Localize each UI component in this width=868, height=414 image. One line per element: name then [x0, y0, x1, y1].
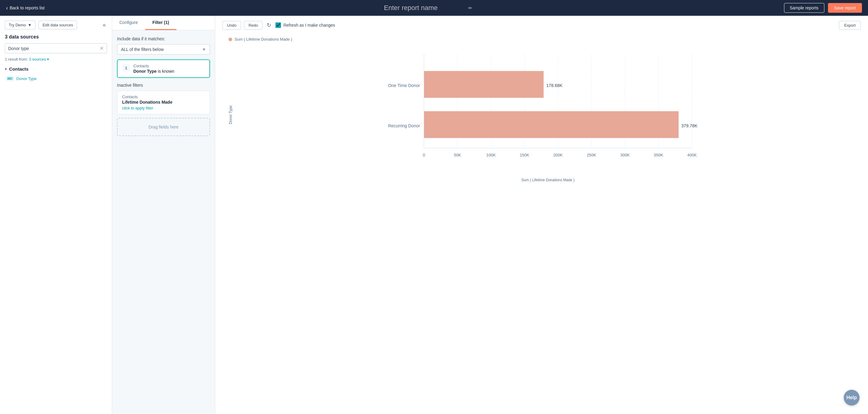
- save-report-button[interactable]: Save report: [828, 3, 862, 13]
- chart-inner: 178.68K 379.78K One Time Donor Recurring…: [235, 47, 861, 182]
- panel-tabs: Configure Filter (1): [112, 16, 215, 30]
- undo-button[interactable]: Undo: [222, 21, 241, 30]
- edit-icon[interactable]: ✏: [468, 5, 472, 11]
- top-nav-right: Sample reports Save report: [784, 3, 862, 13]
- y-label-recurring: Recurring Donor: [388, 123, 420, 128]
- y-axis-label: Donor Type: [228, 105, 233, 124]
- back-link-label: Back to reports list: [10, 5, 44, 10]
- filter-card-source: Contacts: [133, 64, 205, 68]
- chart-container: Sum ( Lifetime Donations Made ) Donor Ty…: [222, 37, 861, 182]
- inactive-filter-source: Contacts: [122, 95, 205, 99]
- try-demo-arrow-icon: ▼: [28, 23, 32, 27]
- filter-card-rule: Donor Type is known: [133, 69, 205, 74]
- panel-content: Include data if it matches: ALL of the f…: [112, 30, 215, 142]
- contacts-section: ▾ Contacts ABC Donor Type: [5, 66, 107, 83]
- y-label-one-time: One Time Donor: [388, 83, 420, 88]
- filter-field-name: Donor Type: [133, 69, 157, 74]
- bar-value-one-time: 178.68K: [546, 83, 562, 88]
- top-nav-center: ✏: [356, 4, 472, 12]
- x-tick-350k: 350K: [654, 153, 663, 157]
- results-info: 1 result from: 3 sources ▾: [5, 57, 107, 62]
- inactive-filter-card: Contacts Lifetime Donations Made click t…: [117, 91, 210, 114]
- bar-recurring-donor: [424, 111, 679, 138]
- back-to-reports-link[interactable]: ‹ Back to reports list: [6, 5, 44, 11]
- report-name-input[interactable]: [356, 4, 465, 12]
- main-layout: Try Demo ▼ Edit data sources « 3 data so…: [0, 16, 868, 414]
- try-demo-label: Try Demo: [9, 23, 26, 27]
- bar-chart-svg: 178.68K 379.78K One Time Donor Recurring…: [235, 47, 861, 175]
- x-tick-150k: 150K: [520, 153, 529, 157]
- chart-legend: Sum ( Lifetime Donations Made ): [228, 37, 861, 41]
- legend-label: Sum ( Lifetime Donations Made ): [235, 37, 292, 41]
- help-button[interactable]: Help: [844, 390, 860, 406]
- chart-area: Undo Redo ↻ Refresh as I make changes Ex…: [215, 16, 868, 414]
- x-tick-200k: 200K: [553, 153, 563, 157]
- sources-link[interactable]: 3 sources ▾: [29, 57, 49, 62]
- x-tick-250k: 250K: [587, 153, 596, 157]
- x-tick-300k: 300K: [620, 153, 630, 157]
- bar-one-time-donor: [424, 71, 544, 98]
- redo-button[interactable]: Redo: [244, 21, 262, 30]
- tab-configure[interactable]: Configure: [112, 16, 145, 30]
- contacts-section-header[interactable]: ▾ Contacts: [5, 66, 107, 71]
- try-demo-button[interactable]: Try Demo ▼: [5, 21, 35, 29]
- x-axis-label: Sum ( Lifetime Donations Made ): [235, 178, 861, 182]
- filter-match-dropdown[interactable]: ALL of the filters below ▼: [117, 44, 210, 55]
- sample-reports-button[interactable]: Sample reports: [784, 3, 824, 13]
- middle-panel: Configure Filter (1) Include data if it …: [112, 16, 215, 414]
- search-input[interactable]: [8, 46, 100, 51]
- active-filter-card[interactable]: 1 Contacts Donor Type is known: [117, 59, 210, 78]
- refresh-icon-button[interactable]: ↻: [266, 21, 273, 30]
- field-type-badge: ABC: [6, 76, 14, 81]
- donor-type-field-item[interactable]: ABC Donor Type: [5, 74, 107, 83]
- search-box: ✕: [5, 43, 107, 53]
- filter-dropdown-value: ALL of the filters below: [121, 47, 164, 52]
- chevron-down-icon: ▼: [202, 47, 206, 52]
- filter-number: 1: [122, 64, 130, 71]
- x-tick-50k: 50K: [454, 153, 461, 157]
- back-arrow-icon: ‹: [6, 5, 8, 11]
- contacts-section-label: Contacts: [9, 66, 29, 71]
- sidebar-actions: Try Demo ▼ Edit data sources «: [5, 21, 107, 29]
- chart-svg-wrapper: Donor Type: [228, 47, 861, 182]
- x-tick-0: 0: [423, 153, 425, 157]
- bar-value-recurring: 379.78K: [681, 123, 698, 128]
- refresh-checkbox[interactable]: [276, 23, 281, 28]
- data-sources-title: 3 data sources: [5, 34, 107, 40]
- export-button[interactable]: Export: [839, 21, 861, 30]
- chart-toolbar: Undo Redo ↻ Refresh as I make changes Ex…: [222, 21, 861, 30]
- result-count-label: 1 result from:: [5, 57, 28, 62]
- edit-data-sources-button[interactable]: Edit data sources: [38, 21, 77, 29]
- refresh-checkbox-area: Refresh as I make changes: [276, 23, 335, 28]
- drag-fields-zone: Drag fields here: [117, 118, 210, 136]
- top-nav: ‹ Back to reports list ✏ Sample reports …: [0, 0, 868, 16]
- x-tick-400k: 400K: [687, 153, 697, 157]
- legend-dot-icon: [228, 38, 232, 41]
- tab-filter[interactable]: Filter (1): [145, 16, 176, 30]
- field-name-label: Donor Type: [17, 76, 37, 81]
- x-tick-100k: 100K: [487, 153, 496, 157]
- apply-filter-link[interactable]: click to apply filter: [122, 106, 205, 110]
- filter-match-label: Include data if it matches:: [117, 36, 210, 41]
- inactive-filter-field: Lifetime Donations Made: [122, 100, 205, 104]
- chevron-down-icon: ▾: [5, 67, 7, 71]
- top-nav-left: ‹ Back to reports list: [6, 5, 44, 11]
- collapse-sidebar-button[interactable]: «: [101, 21, 107, 29]
- left-sidebar: Try Demo ▼ Edit data sources « 3 data so…: [0, 16, 112, 414]
- filter-card-content: Contacts Donor Type is known: [133, 64, 205, 74]
- inactive-filters-label: Inactive filters: [117, 83, 210, 88]
- search-clear-icon[interactable]: ✕: [100, 45, 104, 51]
- refresh-label: Refresh as I make changes: [283, 23, 335, 28]
